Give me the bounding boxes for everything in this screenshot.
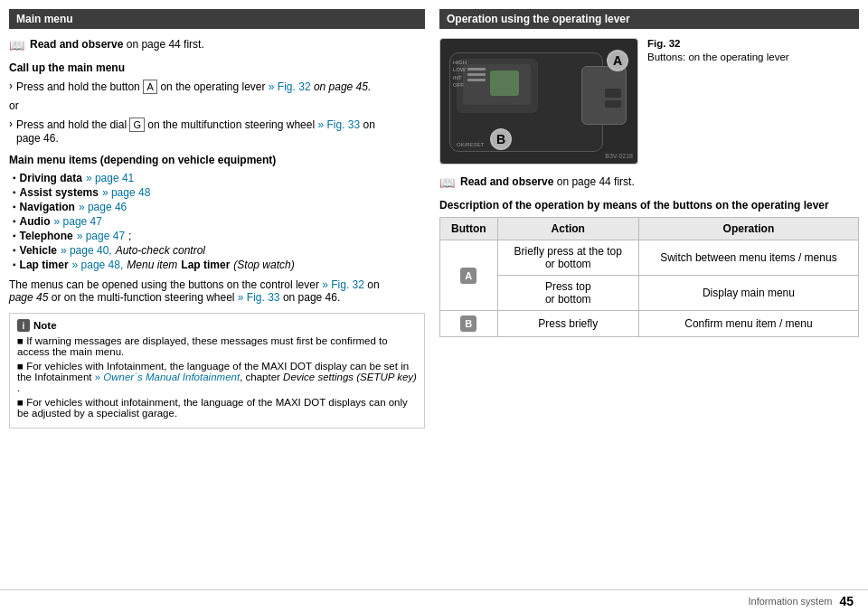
fig32-link-1[interactable]: » Fig. 32	[269, 80, 311, 93]
operation-cell-2: Confirm menu item / menu	[638, 311, 858, 337]
fig-caption-text: Buttons: on the operating lever	[647, 52, 789, 62]
operation-table: Button Action Operation A Briefly press …	[439, 217, 859, 337]
arrow-icon-1: ›	[9, 80, 13, 92]
action-cell-2: Press briefly	[497, 311, 638, 337]
table-header-row: Button Action Operation	[440, 218, 859, 240]
call-up-item2-text: Press and hold the dial G on the multifu…	[16, 118, 375, 145]
button-a-badge: A	[460, 268, 476, 284]
right-column: Operation using the operating lever HIGH…	[439, 9, 859, 580]
read-observe-left: 📖 Read and observe on page 44 first.	[9, 38, 425, 52]
read-observe-right: 📖 Read and observe on page 44 first.	[439, 175, 859, 190]
operation-cell-1a: Switch between menu items / menus	[638, 240, 858, 276]
b3v-label: B3V-0218	[605, 153, 633, 159]
read-observe-text-left: Read and observe on page 44 first.	[30, 38, 204, 51]
list-item-assist: Assist systems » page 48	[13, 186, 425, 199]
list-item-lap: Lap timer » page 48, Menu item Lap timer…	[13, 259, 425, 271]
footer-text: Information system	[749, 596, 833, 607]
note-label: Note	[33, 320, 57, 331]
page-footer: Information system 45	[0, 589, 868, 612]
button-b-badge: B	[460, 315, 476, 332]
table-row-1a: A Briefly press at the topor bottom Swit…	[440, 240, 859, 276]
list-item-vehicle: Vehicle » page 40, Auto-check control	[13, 244, 425, 257]
fig-container: HIGHLOWINTOFF OK/RESET A B B3V-0218 Fig.…	[439, 38, 859, 165]
ok-reset-text: OK/RESET	[457, 142, 484, 147]
key-a-badge: A	[143, 80, 157, 94]
note-item-1: ■ If warning messages are displayed, the…	[17, 335, 417, 357]
col-header-action: Action	[497, 218, 638, 240]
book-icon-right: 📖	[439, 175, 455, 190]
col-header-button: Button	[440, 218, 498, 240]
note-item-3: ■ For vehicles without infotainment, the…	[17, 397, 417, 419]
table-row-2: B Press briefly Confirm menu item / menu	[440, 311, 859, 337]
call-up-item1-text: Press and hold the button A on the opera…	[16, 80, 371, 94]
list-item-navigation: Navigation » page 46	[13, 201, 425, 213]
book-icon-left: 📖	[9, 38, 24, 52]
key-g-badge: G	[129, 118, 145, 132]
action-cell-1a: Briefly press at the topor bottom	[497, 240, 638, 276]
menu-items-title: Main menu items (depending on vehicle eq…	[9, 154, 425, 166]
operation-cell-1b: Display main menu	[638, 276, 858, 311]
note-content: ■ If warning messages are displayed, the…	[17, 335, 417, 419]
fig33-link-2[interactable]: » Fig. 33	[238, 291, 280, 304]
button-cell-a: A	[440, 240, 498, 311]
list-item-telephone: Telephone » page 47;	[13, 230, 425, 242]
table-description: Description of the operation by means of…	[439, 199, 859, 212]
read-observe-page-left: on page 44 first.	[123, 38, 203, 51]
call-up-item2: › Press and hold the dial G on the multi…	[9, 118, 425, 145]
arrow-icon-2: ›	[9, 118, 13, 130]
note-item-2: ■ For vehicles with Infotainment, the la…	[17, 361, 417, 393]
or-text: or	[9, 99, 425, 112]
list-item-audio: Audio » page 47	[13, 215, 425, 228]
fig-number: Fig. 32	[647, 38, 789, 49]
table-row-1b: Press topor bottom Display main menu	[440, 276, 859, 311]
call-up-item1: › Press and hold the button A on the ope…	[9, 80, 425, 94]
fig-caption: Fig. 32 Buttons: on the operating lever	[647, 38, 789, 165]
note-title: i Note	[17, 319, 417, 332]
badge-a-fig: A	[607, 50, 628, 71]
note-box: i Note ■ If warning messages are display…	[9, 313, 425, 428]
call-up-title: Call up the main menu	[9, 61, 425, 74]
note-badge-icon: i	[17, 319, 30, 332]
fig33-link-1[interactable]: » Fig. 33	[317, 118, 360, 131]
badge-b-fig: B	[490, 128, 512, 150]
fig32-link-2[interactable]: » Fig. 32	[322, 278, 364, 291]
action-cell-1b: Press topor bottom	[497, 276, 638, 311]
left-column: Main menu 📖 Read and observe on page 44 …	[9, 9, 425, 580]
list-item-driving: Driving data » page 41	[13, 172, 425, 184]
menus-text: The menus can be opened using the button…	[9, 278, 425, 304]
fig-image: HIGHLOWINTOFF OK/RESET A B B3V-0218	[439, 38, 638, 165]
col-header-operation: Operation	[638, 218, 858, 240]
read-observe-page-right: on page 44 first.	[553, 175, 634, 188]
page-number: 45	[839, 594, 854, 608]
read-observe-text-right: Read and observe on page 44 first.	[460, 175, 635, 188]
operation-header: Operation using the operating lever	[439, 9, 859, 29]
menu-items-list: Driving data » page 41 Assist systems » …	[9, 172, 425, 271]
button-cell-b: B	[440, 311, 498, 337]
main-menu-header: Main menu	[9, 9, 425, 29]
